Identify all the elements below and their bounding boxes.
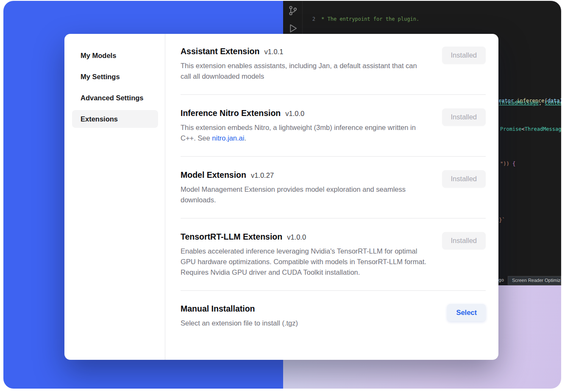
extension-title: Assistant Extension [181, 47, 259, 56]
code-token: ")) [500, 161, 512, 167]
status-bar-text: go [498, 277, 504, 284]
manual-installation-title: Manual Installation [181, 304, 255, 314]
extension-description: This extension embeds Nitro, a lightweig… [181, 122, 428, 144]
code-token: Promise [500, 126, 522, 132]
code-token: { [512, 161, 515, 167]
extensions-list: Assistant Extension v1.0.1 This extensio… [165, 34, 498, 360]
extension-description: This extension enables assistants, inclu… [181, 61, 428, 82]
extension-title: Inference Nitro Extension [181, 108, 281, 118]
code-token: ( [544, 98, 547, 104]
extension-row-inference-nitro: Inference Nitro Extension v1.0.0 This ex… [181, 95, 486, 157]
extension-description: Enables accelerated inference leveraging… [181, 246, 428, 278]
description-text: . [244, 134, 246, 142]
extension-info: Assistant Extension v1.0.1 This extensio… [181, 47, 428, 82]
extension-title: TensortRT-LLM Extension [181, 232, 282, 242]
sidebar-item-extensions[interactable]: Extensions [72, 110, 158, 128]
installed-button[interactable]: Installed [442, 47, 486, 64]
extension-info: Manual Installation Select an extension … [181, 304, 298, 329]
code-token: < [522, 126, 525, 132]
nitro-link[interactable]: nitro.jan.ai [212, 134, 244, 142]
select-file-button[interactable]: Select [447, 304, 486, 321]
sidebar-item-my-settings[interactable]: My Settings [72, 68, 158, 86]
extension-version: v1.0.27 [251, 171, 274, 179]
installed-button[interactable]: Installed [442, 108, 486, 126]
code-token: inference [517, 98, 544, 104]
screen-reader-status-chip[interactable]: Screen Reader Optimized [508, 276, 561, 285]
extension-row-assistant: Assistant Extension v1.0.1 This extensio… [181, 47, 486, 95]
sidebar-item-advanced-settings[interactable]: Advanced Settings [72, 89, 158, 107]
run-icon[interactable] [287, 23, 298, 34]
extension-row-tensorrt-llm: TensortRT-LLM Extension v1.0.0 Enables a… [181, 218, 486, 291]
code-token: ThreadMessage [525, 126, 561, 132]
code-token: )); [560, 98, 561, 104]
app-window: 2* The entrypoint for the plugin. 3*/ 4 … [3, 1, 561, 389]
extension-description: Model Management Extension provides mode… [181, 184, 428, 205]
extension-row-model: Model Extension v1.0.27 Model Management… [181, 157, 486, 218]
screenshot-canvas: 2* The entrypoint for the plugin. 3*/ 4 … [0, 0, 562, 392]
settings-modal: My Models My Settings Advanced Settings … [64, 34, 498, 360]
extension-version: v1.0.0 [287, 233, 306, 241]
extension-info: TensortRT-LLM Extension v1.0.0 Enables a… [181, 232, 428, 278]
code-token: * The entrypoint for the plugin. [321, 16, 419, 22]
manual-installation-description: Select an extension file to install (.tg… [181, 318, 298, 329]
line-number: 2 [303, 16, 315, 23]
installed-button[interactable]: Installed [442, 232, 486, 249]
extension-info: Inference Nitro Extension v1.0.0 This ex… [181, 108, 428, 144]
source-control-icon[interactable] [287, 5, 298, 16]
extension-title: Model Extension [181, 170, 246, 180]
code-line: 2* The entrypoint for the plugin. [303, 16, 561, 23]
code-token: data [548, 98, 560, 104]
code-fragment: rator.inference(data)); [498, 97, 561, 105]
settings-sidebar: My Models My Settings Advanced Settings … [64, 34, 165, 360]
code-fragment: ")) { [500, 160, 515, 168]
code-token: rator [498, 98, 514, 104]
code-fragment: Promise<ThreadMessage> [500, 126, 561, 133]
manual-installation-row: Manual Installation Select an extension … [181, 291, 486, 339]
sidebar-item-my-models[interactable]: My Models [72, 47, 158, 64]
extension-info: Model Extension v1.0.27 Model Management… [181, 170, 428, 205]
extension-version: v1.0.0 [285, 110, 304, 118]
extension-version: v1.0.1 [264, 48, 283, 56]
installed-button[interactable]: Installed [442, 170, 486, 188]
